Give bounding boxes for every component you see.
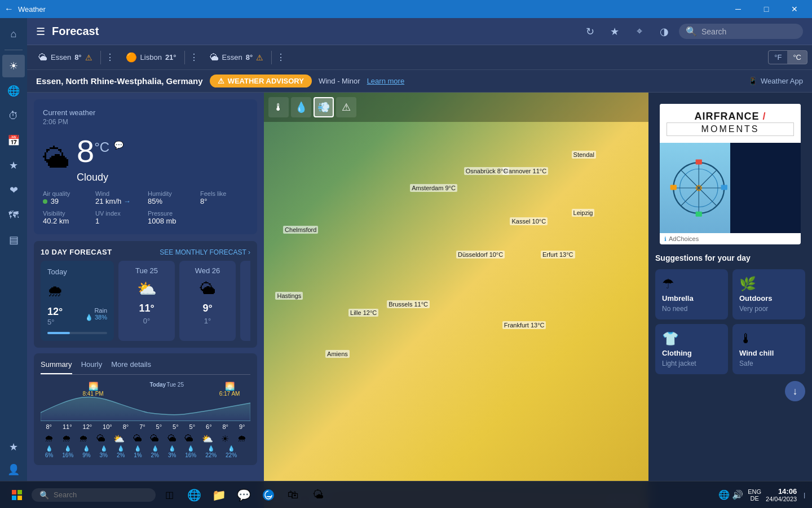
location-tab-essen-1[interactable]: 🌥 Essen 8° ⚠ — [32, 47, 99, 68]
fc-label-0: Rain — [85, 307, 107, 314]
sidebar-item-calendar[interactable]: 📅 — [2, 129, 25, 152]
start-button[interactable] — [5, 483, 29, 507]
temp-label-6: 5° — [156, 423, 162, 430]
tab-more-details[interactable]: More details — [111, 360, 151, 374]
forecast-card-2[interactable]: Wed 26 🌥 9° 1° — [179, 261, 236, 341]
precip-icon-6: 🌥 — [150, 433, 159, 444]
search-input[interactable] — [701, 27, 792, 36]
see-monthly-link[interactable]: SEE MONTHLY FORECAST › — [160, 248, 250, 256]
taskbar-browser[interactable] — [257, 484, 280, 506]
temp-label-11: 9° — [239, 423, 245, 430]
clock[interactable]: 14:06 24/04/2023 — [766, 487, 797, 502]
taskbar-taskview[interactable]: ◫ — [158, 484, 180, 506]
essen2-warn-icon: ⚠ — [256, 53, 263, 62]
essen1-weather-icon: 🌥 — [38, 52, 47, 63]
feels-like-detail: Feels like 8° — [200, 190, 248, 205]
forecast-card-3[interactable]: Thu 27 ⛅ 13° 9° — [240, 261, 250, 341]
maximize-button[interactable]: □ — [753, 0, 779, 18]
sidebar-item-health[interactable]: ❤ — [2, 179, 25, 202]
taskbar-search-input[interactable] — [54, 491, 138, 499]
map-rain-icon[interactable]: 💧 — [291, 97, 311, 117]
sidebar-item-star[interactable]: ★ — [2, 154, 25, 177]
forecast-header: 10 DAY FORECAST SEE MONTHLY FORECAST › — [41, 248, 250, 256]
learn-more-link[interactable]: Learn more — [367, 77, 404, 85]
sug-sub-0: No need — [662, 305, 721, 313]
pressure-value: 1008 mb — [148, 217, 248, 225]
location-tab-essen-2[interactable]: 🌥 Essen 8° ⚠ — [203, 47, 271, 68]
unit-toggle: °F °C — [768, 50, 807, 64]
fc-high-0: 12° — [47, 306, 63, 318]
essen2-more-icon[interactable]: ⋮ — [273, 52, 289, 63]
menu-icon[interactable]: ☰ — [36, 25, 45, 38]
lisbon-more-icon[interactable]: ⋮ — [186, 52, 202, 63]
taskbar-search-icon: 🔍 — [39, 491, 49, 500]
network-icon[interactable]: 🌐 — [718, 489, 730, 500]
taskbar-weather[interactable]: 🌤 — [307, 484, 329, 506]
air-quality-dot — [43, 199, 47, 204]
essen1-more-icon[interactable]: ⋮ — [102, 52, 118, 63]
speaker-icon[interactable]: 🔊 — [732, 489, 743, 500]
precip-pct-4: 💧2% — [117, 445, 125, 458]
scroll-down-button[interactable]: ↓ — [785, 381, 805, 401]
fc-low-1: 0° — [143, 317, 150, 325]
taskbar-store[interactable]: 🛍 — [282, 484, 304, 506]
unit-fahrenheit-button[interactable]: °F — [769, 51, 787, 64]
temp-label-4: 8° — [123, 423, 129, 430]
precip-icon-2: 🌧 — [79, 433, 88, 444]
temp-label-7: 5° — [173, 423, 179, 430]
precip-icon-1: 🌧 — [62, 433, 71, 444]
sidebar-item-map[interactable]: 🗺 — [2, 204, 25, 226]
tab-hourly[interactable]: Hourly — [81, 360, 103, 374]
tab-sep-1 — [100, 51, 101, 64]
weather-app-link[interactable]: 📱 Weather App — [748, 77, 803, 85]
app-header: ☰ Forecast ↻ ★ ⌖ ◑ 🔍 — [27, 18, 812, 45]
ad-choices-text: AdChoices — [669, 235, 699, 242]
forecast-card-0[interactable]: Today 🌧 12° 5° Rain 💧 38% — [41, 261, 114, 341]
sidebar-item-home[interactable]: ⌂ — [2, 23, 25, 45]
fc-icon-0: 🌧 — [47, 282, 107, 300]
tab-summary[interactable]: Summary — [41, 360, 72, 374]
svg-rect-14 — [17, 496, 22, 500]
summary-tabs: Summary Hourly More details — [41, 360, 250, 375]
sidebar-item-forecast[interactable]: 🌐 — [2, 80, 25, 102]
taskbar-teams[interactable]: 💬 — [232, 484, 255, 506]
sidebar-item-account[interactable]: 👤 — [2, 458, 25, 481]
sidebar-item-clock[interactable]: ⏱ — [2, 104, 25, 127]
svg-rect-10 — [670, 185, 676, 190]
precip-pct-2: 💧9% — [82, 445, 90, 458]
visibility-label: Visibility — [43, 210, 91, 217]
wind-value: 21 km/h → — [95, 197, 143, 205]
fc-day-2: Wed 26 — [195, 266, 220, 275]
back-arrow[interactable]: ← — [5, 4, 14, 14]
darkmode-button[interactable]: ◑ — [654, 21, 674, 42]
temp-label-2: 12° — [83, 423, 92, 430]
weather-advisory-badge[interactable]: ⚠ WEATHER ADVISORY — [210, 75, 312, 87]
refresh-button[interactable]: ↻ — [580, 21, 600, 42]
map-wind-icon[interactable]: 💨 — [314, 97, 334, 117]
app-container: ⌂ ☀ 🌐 ⏱ 📅 ★ ❤ 🗺 ▤ ★ 👤 ⚙ ☰ Forecast ↻ ★ ⌖… — [0, 18, 812, 508]
search-box[interactable]: 🔍 — [679, 24, 803, 39]
taskbar-search-box[interactable]: 🔍 — [32, 488, 156, 502]
taskbar-file-explorer[interactable]: 📁 — [208, 484, 230, 506]
svg-rect-9 — [695, 212, 701, 217]
fc-high-1: 11° — [139, 303, 154, 314]
lisbon-name: Lisbon — [140, 53, 162, 62]
map-warning-icon[interactable]: ⚠ — [336, 97, 356, 117]
minimize-button[interactable]: ─ — [725, 0, 751, 18]
windows-logo — [11, 489, 23, 501]
unit-celsius-button[interactable]: °C — [787, 51, 807, 64]
current-weather-details: Air quality 39 Wind 21 km/h → Humidity — [43, 190, 248, 225]
close-button[interactable]: ✕ — [782, 0, 807, 18]
forecast-card-1[interactable]: Tue 25 ⛅ 11° 0° — [118, 261, 175, 341]
sidebar-item-weather[interactable]: ☀ — [2, 55, 25, 77]
pin-button[interactable]: ⌖ — [629, 21, 650, 42]
show-desktop-button[interactable]: | — [801, 492, 807, 498]
current-unit: °C — [94, 139, 109, 155]
sidebar-item-chart[interactable]: ▤ — [2, 229, 25, 251]
taskbar-edge[interactable]: 🌐 — [183, 484, 205, 506]
city-kassel: Kassel 10°C — [510, 217, 548, 225]
location-tab-lisbon[interactable]: 🟠 Lisbon 21° — [119, 47, 183, 68]
sidebar-item-favorites[interactable]: ★ — [2, 436, 25, 458]
favorite-button[interactable]: ★ — [604, 21, 625, 42]
map-thermometer-icon[interactable]: 🌡 — [268, 97, 289, 117]
